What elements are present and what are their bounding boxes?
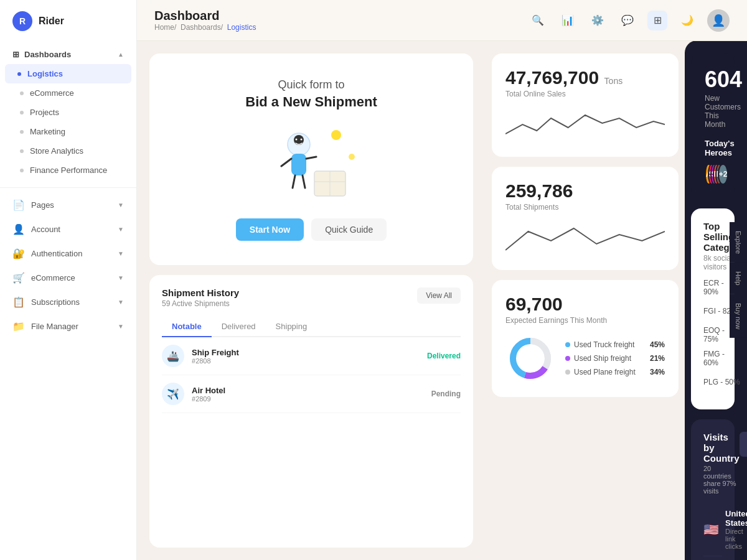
country-source: Direct link clicks (725, 528, 747, 550)
user-avatar[interactable]: 👤 (707, 9, 730, 32)
auth-icon: 🔐 (12, 248, 25, 259)
divider (0, 187, 136, 188)
shipment-header: Shipment History 59 Active Shipments Vie… (162, 287, 461, 308)
content-area: Quick form to Bid a New Shipment (137, 41, 747, 560)
page-title: Dashboard (154, 9, 256, 23)
grid-icon[interactable]: ⊞ (647, 11, 667, 30)
country-row-br: 🇧🇷 Brasil All Social Channels 4,062 -0.4… (703, 556, 722, 560)
plane-label: Used Plane freight (565, 368, 650, 376)
country-view-all-button[interactable]: View All (740, 432, 748, 457)
chat-icon[interactable]: 💬 (618, 11, 637, 30)
sidebar-item-account[interactable]: 👤 Account ▼ (0, 217, 136, 241)
help-button[interactable]: Help (730, 263, 747, 294)
chevron-icon: ▼ (118, 250, 124, 257)
tab-delivered[interactable]: Delivered (212, 317, 266, 337)
shipment-name: Air Hotel (192, 386, 424, 395)
svg-rect-4 (291, 154, 306, 175)
svg-point-0 (331, 130, 341, 140)
sidebar-item-pages[interactable]: 📄 Pages ▼ (0, 193, 136, 217)
ship-label: Used Ship freight (565, 354, 650, 363)
sidebar-item-ecommerce[interactable]: eCommerce (0, 83, 136, 103)
shipment-tabs: Notable Delivered Shipping (162, 317, 461, 337)
svg-point-1 (349, 154, 355, 160)
shipment-subtitle: 59 Active Shipments (162, 299, 239, 308)
pages-icon: 📄 (12, 199, 25, 211)
categories-header: Top Selling Categories 8k social visitor… (703, 221, 722, 271)
chevron-icon: ▼ (118, 323, 124, 330)
country-title-area: Visits by Country 20 countries share 97%… (703, 432, 740, 495)
explore-button[interactable]: Explore (730, 222, 747, 263)
stat-header: 47,769,700 Tons (505, 67, 665, 88)
svg-point-12 (296, 138, 298, 140)
middle-panel: 47,769,700 Tons Total Online Sales 259,7… (486, 41, 685, 560)
analytics-icon[interactable]: 📊 (558, 11, 578, 30)
sidebar-item-marketing[interactable]: Marketing (0, 122, 136, 141)
plane-dot (565, 370, 570, 375)
tab-shipping[interactable]: Shipping (266, 317, 317, 337)
start-now-button[interactable]: Start Now (236, 218, 304, 241)
dot (20, 130, 24, 134)
search-icon[interactable]: 🔍 (528, 11, 548, 30)
buy-now-button[interactable]: Buy now (730, 294, 747, 338)
cat-label: FMG - 60% (703, 350, 741, 367)
sidebar-item-subscriptions[interactable]: 📋 Subscriptions ▼ (0, 290, 136, 314)
breadcrumb-active: Logistics (227, 23, 256, 32)
bid-buttons: Start Now Quick Guide (236, 218, 387, 241)
shipment-name: Ship Freight (192, 348, 420, 357)
sidebar-item-ecommerce-nav[interactable]: 🛒 eCommerce ▼ (0, 266, 136, 290)
categories-card: Top Selling Categories 8k social visitor… (691, 208, 735, 409)
dashboards-group[interactable]: ⊞ Dashboards ▲ (0, 45, 136, 64)
subscriptions-icon: 📋 (12, 296, 25, 308)
shipment-row: 🚢 Ship Freight #2808 Delivered (162, 337, 461, 375)
sidebar-item-projects[interactable]: Projects (0, 103, 136, 122)
us-flag: 🇺🇸 (703, 522, 719, 537)
legend-ship: Used Ship freight 21% (565, 354, 665, 363)
sidebar-item-logistics[interactable]: Logistics (5, 64, 131, 83)
sidebar-item-store-analytics[interactable]: Store Analytics (0, 141, 136, 161)
stat-header: 259,786 (505, 180, 665, 202)
shipment-row: ✈️ Air Hotel #2809 Pending (162, 375, 461, 413)
svg-line-5 (281, 159, 291, 166)
breadcrumb: Home/ Dashboards/ Logistics (154, 23, 256, 32)
plane-pct: 34% (650, 368, 665, 376)
cat-label: PLG - 50% (703, 378, 741, 386)
side-buttons: Explore Help Buy now (730, 222, 747, 338)
header: Dashboard Home/ Dashboards/ Logistics 🔍 … (137, 0, 747, 41)
shipment-title-area: Shipment History 59 Active Shipments (162, 287, 239, 308)
ship-dot (565, 356, 570, 361)
shipment-view-all-button[interactable]: View All (417, 287, 461, 304)
sidebar: R Rider ⊞ Dashboards ▲ Logistics eCommer… (0, 0, 137, 560)
earnings-header: 69,700 (505, 294, 665, 315)
category-row-ecr: ECR - 90% 15,000 (703, 279, 722, 296)
dot (20, 91, 24, 95)
dot (20, 169, 24, 172)
theme-icon[interactable]: 🌙 (677, 11, 697, 30)
country-title: Visits by Country (703, 432, 740, 464)
sidebar-item-finance[interactable]: Finance Performance (0, 161, 136, 180)
total-shipments-card: 259,786 Total Shipments (492, 167, 679, 270)
legend-plane: Used Plane freight 34% (565, 368, 665, 376)
sidebar-item-file-manager[interactable]: 📁 File Manager ▼ (0, 314, 136, 338)
shipment-history-card: Shipment History 59 Active Shipments Vie… (149, 275, 473, 548)
logo[interactable]: R Rider (0, 0, 136, 42)
logo-icon: R (12, 11, 32, 31)
svg-line-6 (306, 157, 316, 159)
freight-legend: Used Truck freight 45% Used Ship freight… (565, 340, 665, 376)
svg-point-3 (294, 135, 304, 145)
dot (20, 111, 24, 114)
tab-notable[interactable]: Notable (162, 317, 212, 337)
active-dot (17, 72, 21, 76)
ship-pct: 21% (650, 354, 665, 363)
sidebar-item-auth[interactable]: 🔐 Authentication ▼ (0, 241, 136, 266)
country-row-us: 🇺🇸 United States Direct link clicks 9,76… (703, 503, 722, 556)
sales-chart (505, 106, 665, 143)
chevron-icon: ▼ (118, 202, 124, 208)
earnings-label: Expected Earnings This Month (505, 316, 665, 325)
category-row-eoq: EOQ - 75% 10,000 (703, 326, 722, 343)
quick-guide-button[interactable]: Quick Guide (311, 218, 387, 241)
shipment-item-icon: 🚢 (162, 345, 184, 367)
shipment-title: Shipment History (162, 287, 239, 298)
settings-icon[interactable]: ⚙️ (588, 11, 608, 30)
shipment-info: Ship Freight #2808 (192, 348, 420, 365)
shipment-status: Pending (431, 390, 461, 398)
